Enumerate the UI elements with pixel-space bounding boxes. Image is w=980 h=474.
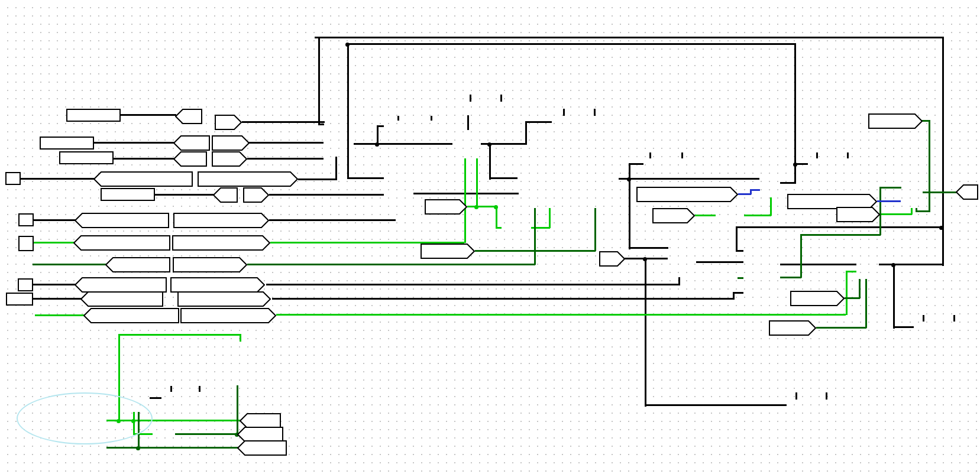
tag-clear-main-3-label — [790, 291, 845, 306]
tag-strram-out-label — [173, 257, 247, 272]
tag-sel-alubin-out-label — [170, 277, 265, 293]
wire-junction — [939, 226, 943, 230]
wire — [780, 277, 801, 278]
wire — [347, 43, 349, 179]
tag-rn-addr-out[interactable] — [212, 135, 250, 151]
input-direct-value[interactable] — [66, 109, 121, 122]
tag-direct-out[interactable] — [215, 115, 242, 130]
wire — [893, 326, 914, 328]
wire — [736, 250, 743, 252]
tag-sel-alu-out[interactable] — [177, 291, 271, 307]
tag-sel-alubin[interactable] — [75, 277, 167, 293]
wire — [738, 193, 751, 195]
wire — [911, 208, 913, 215]
tag-clear-main-out[interactable] — [237, 440, 287, 456]
wire — [877, 200, 901, 202]
input-rn-value[interactable] — [40, 137, 94, 150]
tag-rn-addr-label — [173, 135, 210, 151]
sources.en_ramaddrlat.value[interactable] — [18, 236, 34, 251]
wire — [318, 124, 324, 125]
wire — [114, 158, 174, 160]
tag-direct-label — [175, 109, 202, 124]
wire — [795, 392, 797, 400]
wire — [318, 37, 320, 125]
tag-en-ramdoutlat-label — [636, 187, 738, 202]
tag-clear-main-2-label — [868, 113, 923, 129]
tag-sel-ramaddr-out-label — [198, 171, 298, 187]
tag-en-accupdate[interactable] — [83, 308, 179, 323]
tag-imm-alu-label — [599, 251, 625, 267]
wire — [738, 277, 743, 279]
tag-sel-alu[interactable] — [80, 291, 163, 307]
input-sel-ramdin-value[interactable] — [18, 213, 34, 226]
wire — [645, 258, 646, 407]
tag-sel-alu-out-label — [177, 291, 271, 307]
tag-en-accupdate-out[interactable] — [180, 308, 276, 323]
circuit-canvas[interactable] — [0, 0, 980, 474]
tag-direct[interactable] — [175, 109, 202, 124]
wire — [298, 178, 337, 180]
wire — [800, 234, 881, 236]
input-sel-alubin-value[interactable] — [18, 278, 33, 291]
wire — [199, 386, 200, 392]
tag-imm-out[interactable] — [243, 187, 269, 203]
wire — [879, 264, 944, 265]
tag-en-ramaddrlat[interactable] — [73, 235, 170, 251]
tag-sel-ramaddr-out[interactable] — [198, 171, 298, 187]
tag-cy[interactable] — [956, 184, 978, 200]
wire — [594, 208, 596, 251]
wire-junction — [375, 142, 379, 147]
tag-en-accupdate-label — [83, 308, 179, 323]
wire — [467, 115, 469, 130]
wire — [845, 297, 860, 299]
wire-junction — [643, 257, 647, 261]
wire — [431, 116, 432, 121]
tag-ck-main[interactable] — [425, 199, 467, 215]
tag-clear-main-2[interactable] — [868, 113, 923, 129]
wire — [242, 121, 325, 123]
wire-junction — [487, 142, 491, 147]
tag-ck-main-2[interactable] — [652, 208, 695, 223]
tag-en-ramaddrlat-out[interactable] — [172, 235, 270, 251]
wire-junction — [891, 263, 895, 267]
tag-strram[interactable] — [105, 257, 170, 272]
tag-ck-main-3[interactable] — [836, 207, 880, 222]
tag-strram-label — [105, 257, 170, 272]
tag-sel-alu-label — [80, 291, 163, 307]
tag-sel-ramaddr[interactable] — [93, 171, 193, 187]
tag-strram-out[interactable] — [173, 257, 247, 272]
wire — [525, 121, 552, 123]
wire-junction — [345, 43, 350, 47]
input-ri-value[interactable] — [59, 151, 114, 164]
tag-clear-main-out-label — [237, 440, 287, 456]
tag-en-accupdate-out-label — [180, 308, 276, 323]
tag-sel-ramdin-out[interactable] — [173, 213, 269, 228]
tag-sel-ramdin[interactable] — [75, 213, 169, 228]
input-imm-value[interactable] — [101, 188, 155, 201]
wire — [500, 95, 502, 102]
wire — [315, 37, 944, 38]
wire — [118, 334, 241, 336]
tag-clear-main-3[interactable] — [790, 291, 845, 306]
input-sel-alu-value[interactable] — [6, 293, 33, 306]
wire — [248, 142, 324, 144]
tag-clear-main[interactable] — [421, 244, 475, 259]
wire — [21, 178, 95, 180]
tag-xck-main[interactable] — [769, 320, 816, 336]
wire — [150, 397, 161, 399]
wire — [470, 95, 471, 102]
wire — [563, 109, 565, 116]
tag-rn-addr[interactable] — [173, 135, 210, 151]
wire — [549, 208, 551, 228]
wire — [247, 264, 535, 265]
tag-rn-addr-out-label — [212, 135, 250, 151]
input-sel-ramaddr-value[interactable] — [5, 172, 21, 185]
tag-en-ramdoutlat[interactable] — [636, 187, 738, 202]
tag-ri-addr-out[interactable] — [212, 151, 247, 167]
tag-ri-addr[interactable] — [173, 151, 207, 167]
tag-sel-alubin-out[interactable] — [170, 277, 265, 293]
tag-imm[interactable] — [213, 187, 238, 203]
wire — [800, 234, 802, 278]
wire — [33, 284, 76, 285]
tag-imm-alu[interactable] — [599, 251, 625, 267]
